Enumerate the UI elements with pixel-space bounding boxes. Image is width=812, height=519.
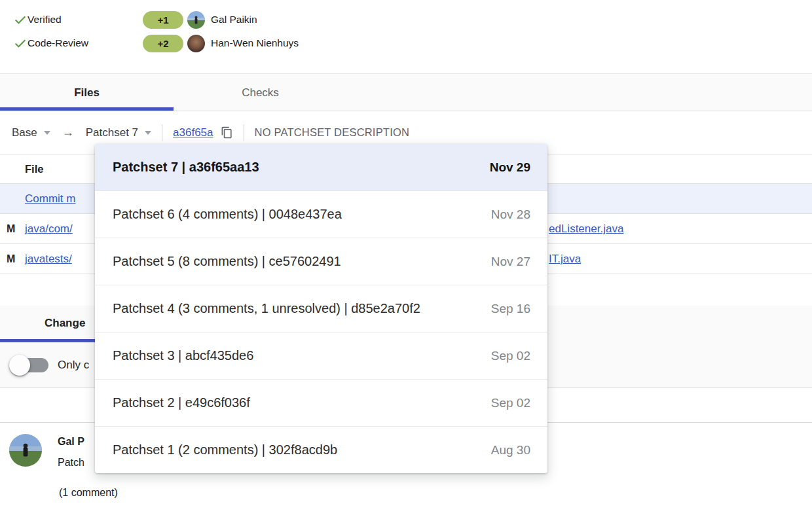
reviewer-name: Gal Paikin — [211, 14, 257, 26]
patchset-date: Nov 28 — [491, 207, 530, 222]
dropdown-item-patchset-1[interactable]: Patchset 1 (2 comments) | 302f8acd9b Aug… — [95, 426, 547, 473]
chevron-down-icon — [145, 131, 151, 135]
vote-label: Code-Review — [28, 37, 143, 49]
file-link[interactable]: javatests/ — [25, 244, 72, 274]
toggle-knob — [9, 355, 30, 376]
patchset-date: Sep 02 — [491, 396, 530, 410]
dropdown-item-patchset-5[interactable]: Patchset 5 (8 comments) | ce57602491 Nov… — [95, 238, 547, 285]
primary-tab-bar: Files Checks — [0, 73, 812, 111]
patchset-date: Nov 29 — [490, 160, 530, 175]
toggle-label: Only c — [58, 342, 89, 388]
reviewer-chip[interactable]: Gal Paikin — [187, 11, 257, 29]
base-selector[interactable]: Base — [12, 126, 50, 139]
reviewer-chip[interactable]: Han-Wen Nienhuys — [187, 35, 299, 52]
chevron-down-icon — [44, 131, 50, 135]
file-link-tail[interactable]: IT.java — [549, 244, 581, 274]
comment-message: Patch — [58, 457, 84, 469]
file-link-tail[interactable]: edListener.java — [549, 214, 623, 243]
vote-row-code-review: Code-Review +2 Han-Wen Nienhuys — [13, 34, 299, 52]
only-comments-toggle[interactable] — [9, 355, 48, 376]
dropdown-item-patchset-4[interactable]: Patchset 4 (3 comments, 1 unresolved) | … — [95, 285, 547, 332]
file-link[interactable]: java/com/ — [25, 214, 73, 243]
comment-count: (1 comment) — [59, 487, 118, 499]
patchset-description: NO PATCHSET DESCRIPTION — [255, 126, 410, 139]
vote-value-badge[interactable]: +1 — [143, 11, 183, 29]
vote-value-badge[interactable]: +2 — [143, 35, 183, 52]
toolbar-divider — [244, 124, 244, 141]
vote-row-verified: Verified +1 Gal Paikin — [13, 10, 257, 29]
comment-author: Gal P — [58, 436, 84, 448]
patchset-date: Sep 02 — [491, 349, 530, 363]
file-status-modified: M — [7, 214, 15, 243]
check-icon — [13, 36, 28, 50]
check-icon — [13, 12, 28, 27]
file-link[interactable]: Commit m — [25, 184, 75, 213]
tab-change-log[interactable]: Change — [45, 306, 85, 340]
copy-sha-button[interactable] — [221, 126, 233, 139]
tab-checks[interactable]: Checks — [174, 74, 347, 111]
patchset-date: Aug 30 — [491, 443, 530, 457]
vote-label: Verified — [28, 14, 143, 26]
reviewer-name: Han-Wen Nienhuys — [211, 37, 299, 49]
dropdown-item-patchset-2[interactable]: Patchset 2 | e49c6f036f Sep 02 — [95, 379, 547, 426]
commit-sha-link[interactable]: a36f65a — [173, 126, 213, 139]
copy-icon — [221, 126, 233, 139]
avatar-han-wen-nienhuys — [187, 35, 205, 52]
active-tab-underline — [0, 107, 174, 111]
patchset-dropdown-menu: Patchset 7 | a36f65aa13 Nov 29 Patchset … — [95, 144, 547, 473]
dropdown-item-patchset-6[interactable]: Patchset 6 (4 comments) | 0048e437ea Nov… — [95, 190, 547, 238]
tab-files[interactable]: Files — [0, 74, 174, 111]
patchset-date: Sep 16 — [491, 302, 530, 316]
avatar-gal-paikin — [187, 11, 205, 29]
dropdown-item-patchset-3[interactable]: Patchset 3 | abcf435de6 Sep 02 — [95, 332, 547, 379]
patchset-selector[interactable]: Patchset 7 — [86, 126, 151, 139]
toolbar-divider — [162, 124, 162, 141]
patchset-date: Nov 27 — [491, 255, 530, 269]
avatar-gal-paikin-large — [9, 434, 42, 467]
dropdown-item-patchset-7[interactable]: Patchset 7 | a36f65aa13 Nov 29 — [95, 144, 547, 190]
file-status-modified: M — [7, 244, 15, 274]
gerrit-change-page: Verified +1 Gal Paikin Code-Review +2 Ha… — [0, 0, 812, 519]
range-arrow-icon: → — [62, 126, 74, 139]
file-column-header: File — [25, 154, 43, 184]
